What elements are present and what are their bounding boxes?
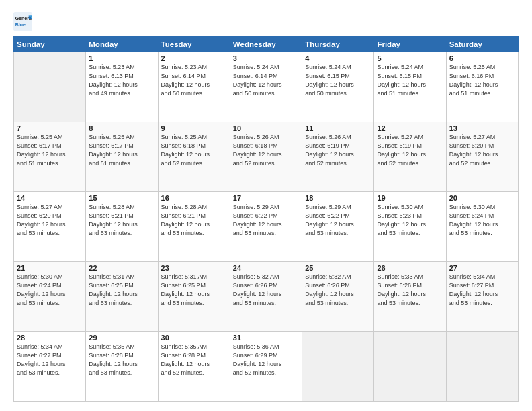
day-info: Sunrise: 5:28 AM Sunset: 6:21 PM Dayligh…: [161, 203, 227, 238]
calendar-cell: 22Sunrise: 5:31 AM Sunset: 6:25 PM Dayli…: [86, 262, 158, 332]
calendar-cell: 14Sunrise: 5:27 AM Sunset: 6:20 PM Dayli…: [14, 192, 86, 262]
day-number: 11: [305, 124, 371, 132]
day-number: 20: [449, 194, 515, 202]
day-number: 24: [233, 264, 299, 272]
weekday-header-tuesday: Tuesday: [158, 37, 230, 52]
calendar-cell: 27Sunrise: 5:34 AM Sunset: 6:27 PM Dayli…: [446, 262, 518, 332]
page: General Blue SundayMondayTuesdayWednesda…: [0, 0, 532, 411]
day-info: Sunrise: 5:33 AM Sunset: 6:26 PM Dayligh…: [377, 273, 443, 308]
day-number: 29: [89, 334, 154, 342]
day-info: Sunrise: 5:30 AM Sunset: 6:23 PM Dayligh…: [377, 203, 443, 238]
day-number: 2: [161, 54, 227, 62]
calendar-cell: 2Sunrise: 5:23 AM Sunset: 6:14 PM Daylig…: [158, 52, 230, 122]
calendar-week-4: 21Sunrise: 5:30 AM Sunset: 6:24 PM Dayli…: [14, 262, 519, 332]
day-number: 12: [377, 124, 443, 132]
day-number: 10: [233, 124, 299, 132]
calendar-cell: 26Sunrise: 5:33 AM Sunset: 6:26 PM Dayli…: [374, 262, 446, 332]
calendar-cell: [374, 332, 446, 402]
day-info: Sunrise: 5:30 AM Sunset: 6:24 PM Dayligh…: [17, 273, 83, 308]
day-number: 13: [449, 124, 515, 132]
calendar-cell: 3Sunrise: 5:24 AM Sunset: 6:14 PM Daylig…: [230, 52, 302, 122]
day-info: Sunrise: 5:24 AM Sunset: 6:15 PM Dayligh…: [377, 63, 443, 98]
day-info: Sunrise: 5:23 AM Sunset: 6:13 PM Dayligh…: [89, 63, 154, 98]
calendar-cell: 9Sunrise: 5:25 AM Sunset: 6:18 PM Daylig…: [158, 122, 230, 192]
day-info: Sunrise: 5:23 AM Sunset: 6:14 PM Dayligh…: [161, 63, 227, 98]
calendar-cell: 4Sunrise: 5:24 AM Sunset: 6:15 PM Daylig…: [302, 52, 374, 122]
weekday-header-monday: Monday: [86, 37, 158, 52]
day-info: Sunrise: 5:31 AM Sunset: 6:25 PM Dayligh…: [161, 273, 227, 308]
calendar-cell: 19Sunrise: 5:30 AM Sunset: 6:23 PM Dayli…: [374, 192, 446, 262]
logo: General Blue: [13, 12, 35, 31]
day-number: 7: [17, 124, 83, 132]
calendar-cell: 1Sunrise: 5:23 AM Sunset: 6:13 PM Daylig…: [86, 52, 158, 122]
svg-text:Blue: Blue: [15, 22, 26, 27]
calendar-cell: 17Sunrise: 5:29 AM Sunset: 6:22 PM Dayli…: [230, 192, 302, 262]
weekday-header-wednesday: Wednesday: [230, 37, 302, 52]
day-info: Sunrise: 5:27 AM Sunset: 6:20 PM Dayligh…: [449, 133, 515, 168]
day-info: Sunrise: 5:34 AM Sunset: 6:27 PM Dayligh…: [17, 342, 83, 377]
day-number: 28: [17, 334, 83, 342]
calendar-cell: 11Sunrise: 5:26 AM Sunset: 6:19 PM Dayli…: [302, 122, 374, 192]
day-number: 23: [161, 264, 227, 272]
weekday-header-saturday: Saturday: [446, 37, 518, 52]
day-number: 15: [89, 194, 154, 202]
weekday-header-thursday: Thursday: [302, 37, 374, 52]
calendar-cell: 7Sunrise: 5:25 AM Sunset: 6:17 PM Daylig…: [14, 122, 86, 192]
logo-icon: General Blue: [13, 12, 32, 31]
calendar-table: SundayMondayTuesdayWednesdayThursdayFrid…: [13, 36, 519, 402]
day-number: 22: [89, 264, 154, 272]
calendar-cell: 18Sunrise: 5:29 AM Sunset: 6:22 PM Dayli…: [302, 192, 374, 262]
day-info: Sunrise: 5:31 AM Sunset: 6:25 PM Dayligh…: [89, 273, 154, 308]
weekday-header-friday: Friday: [374, 37, 446, 52]
calendar-cell: [14, 52, 86, 122]
day-info: Sunrise: 5:32 AM Sunset: 6:26 PM Dayligh…: [233, 273, 299, 308]
day-info: Sunrise: 5:26 AM Sunset: 6:18 PM Dayligh…: [233, 133, 299, 168]
day-info: Sunrise: 5:34 AM Sunset: 6:27 PM Dayligh…: [449, 273, 515, 308]
calendar-cell: 25Sunrise: 5:32 AM Sunset: 6:26 PM Dayli…: [302, 262, 374, 332]
day-info: Sunrise: 5:36 AM Sunset: 6:29 PM Dayligh…: [233, 342, 299, 377]
day-info: Sunrise: 5:35 AM Sunset: 6:28 PM Dayligh…: [89, 342, 154, 377]
day-number: 1: [89, 54, 154, 62]
weekday-header-sunday: Sunday: [14, 37, 86, 52]
day-number: 25: [305, 264, 371, 272]
day-info: Sunrise: 5:29 AM Sunset: 6:22 PM Dayligh…: [305, 203, 371, 238]
day-number: 18: [305, 194, 371, 202]
calendar-cell: 6Sunrise: 5:25 AM Sunset: 6:16 PM Daylig…: [446, 52, 518, 122]
day-number: 9: [161, 124, 227, 132]
day-info: Sunrise: 5:24 AM Sunset: 6:15 PM Dayligh…: [305, 63, 371, 98]
calendar-week-2: 7Sunrise: 5:25 AM Sunset: 6:17 PM Daylig…: [14, 122, 519, 192]
calendar-cell: 13Sunrise: 5:27 AM Sunset: 6:20 PM Dayli…: [446, 122, 518, 192]
day-info: Sunrise: 5:32 AM Sunset: 6:26 PM Dayligh…: [305, 273, 371, 308]
calendar-cell: 5Sunrise: 5:24 AM Sunset: 6:15 PM Daylig…: [374, 52, 446, 122]
calendar-cell: 10Sunrise: 5:26 AM Sunset: 6:18 PM Dayli…: [230, 122, 302, 192]
day-number: 26: [377, 264, 443, 272]
day-number: 8: [89, 124, 154, 132]
calendar-cell: 15Sunrise: 5:28 AM Sunset: 6:21 PM Dayli…: [86, 192, 158, 262]
calendar-cell: 20Sunrise: 5:30 AM Sunset: 6:24 PM Dayli…: [446, 192, 518, 262]
calendar-cell: 30Sunrise: 5:35 AM Sunset: 6:28 PM Dayli…: [158, 332, 230, 402]
day-info: Sunrise: 5:27 AM Sunset: 6:19 PM Dayligh…: [377, 133, 443, 168]
calendar-cell: 12Sunrise: 5:27 AM Sunset: 6:19 PM Dayli…: [374, 122, 446, 192]
day-number: 4: [305, 54, 371, 62]
day-info: Sunrise: 5:30 AM Sunset: 6:24 PM Dayligh…: [449, 203, 515, 238]
day-info: Sunrise: 5:25 AM Sunset: 6:16 PM Dayligh…: [449, 63, 515, 98]
day-number: 5: [377, 54, 443, 62]
calendar-header-row: SundayMondayTuesdayWednesdayThursdayFrid…: [14, 37, 519, 52]
calendar-week-1: 1Sunrise: 5:23 AM Sunset: 6:13 PM Daylig…: [14, 52, 519, 122]
day-info: Sunrise: 5:29 AM Sunset: 6:22 PM Dayligh…: [233, 203, 299, 238]
calendar-cell: 31Sunrise: 5:36 AM Sunset: 6:29 PM Dayli…: [230, 332, 302, 402]
day-number: 17: [233, 194, 299, 202]
calendar-week-5: 28Sunrise: 5:34 AM Sunset: 6:27 PM Dayli…: [14, 332, 519, 402]
day-info: Sunrise: 5:28 AM Sunset: 6:21 PM Dayligh…: [89, 203, 154, 238]
day-info: Sunrise: 5:24 AM Sunset: 6:14 PM Dayligh…: [233, 63, 299, 98]
day-info: Sunrise: 5:25 AM Sunset: 6:17 PM Dayligh…: [89, 133, 154, 168]
day-number: 27: [449, 264, 515, 272]
day-number: 14: [17, 194, 83, 202]
header: General Blue: [13, 12, 519, 31]
calendar-week-3: 14Sunrise: 5:27 AM Sunset: 6:20 PM Dayli…: [14, 192, 519, 262]
calendar-cell: [302, 332, 374, 402]
day-info: Sunrise: 5:27 AM Sunset: 6:20 PM Dayligh…: [17, 203, 83, 238]
day-number: 19: [377, 194, 443, 202]
calendar-cell: 8Sunrise: 5:25 AM Sunset: 6:17 PM Daylig…: [86, 122, 158, 192]
calendar-cell: 29Sunrise: 5:35 AM Sunset: 6:28 PM Dayli…: [86, 332, 158, 402]
